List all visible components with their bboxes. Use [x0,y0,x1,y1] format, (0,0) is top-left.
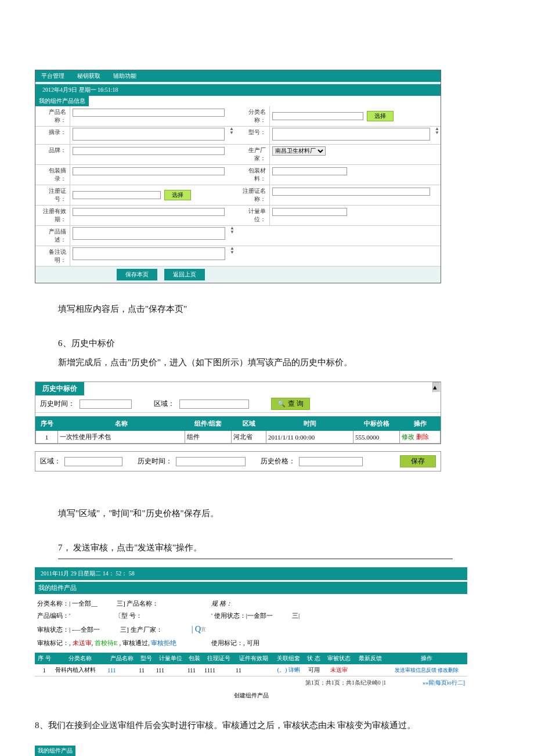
filter-area: 分类名称：| 一全部__ 三] 产品名称： 规 格： 产品编码：' 〔型 号： … [35,594,467,653]
modify-link[interactable]: 修改 [402,433,414,440]
pager: 第1页；共1页；共1条纪录崎0 |1 »»留|每页io行二] [35,676,467,689]
unit-input[interactable] [272,208,347,216]
table-row: 1 一次性使用手术包 组件 河北省 2011/1/11 0:00:00 555.… [36,431,441,444]
reg-validity-input[interactable] [73,208,225,216]
spinner-icon: ▲▼ [230,246,234,254]
assoc-link[interactable]: (。) 详蝌 [273,664,304,676]
spinner-icon: ▲▼ [229,127,234,135]
lbl-reg-name: 注册证名称： [235,185,270,205]
category-name-input[interactable] [272,112,363,120]
th-component: 组件/组套 [185,417,232,431]
th-name: 名称 [58,417,185,431]
lbl-abstract: 摘录： [35,127,70,144]
nav-platform[interactable]: 平台管理 [41,72,64,80]
lbl-brand: 品牌： [35,145,70,164]
query-button[interactable]: 🔍查 询 [271,398,310,410]
body-text-4: 7， 发送审核，点击"发送审核"操作。 [58,538,499,557]
body-text-2b: 新增完成后，点击"历史价"，进入（如下图所示）填写该产品的历史中标价。 [58,353,499,372]
lbl-reg-no: 注册证号： [35,185,70,205]
reg-name-input[interactable] [272,188,430,196]
lbl-model: 型号： [235,127,270,144]
lbl-unit: 计量单位： [235,206,270,225]
create-component-link[interactable]: 创建组件产品 [35,689,467,702]
section4-screenshot: 我的组件产品 普类名称：| ―一―全部一 三] 产品名称： 规 格： 产品编码：… [35,746,406,756]
nav-key[interactable]: 秘钥获取 [77,72,100,80]
brand-input[interactable] [73,147,225,155]
scrollbar-icon: ▴ [432,382,441,393]
lbl-product-name: 产品名称： [35,106,70,126]
review-screenshot: 2011年11月 29 日星期二 14： 52： 58 我的组件产品 分类名称：… [35,567,467,702]
prod-link[interactable]: 111 [106,664,138,676]
lbl-save-price: 历史价格： [261,456,295,466]
panel-title-2: 我的组件产品 [35,582,467,594]
table-row: 1 骨科内植入材料 111 11 111 111 1111 11 (。) 详蝌 … [35,664,467,676]
model-input[interactable] [272,128,430,141]
review-table: 序 号 分类名称 产品名称 型号 计量单位 包装 往现证号 证件有效期 关联组套… [35,653,467,676]
history-screenshot: ▴ 历史中标价 历史时间： 区域： 🔍查 询 序号 名称 组件/组套 区域 时间… [35,381,441,471]
save-price-input[interactable] [299,457,363,466]
reg-no-input[interactable] [73,191,161,199]
body-text-3: 填写"区域"，"时间"和"历史价格"保存后。 [58,504,499,523]
region-input[interactable] [179,399,249,409]
reg-select-button[interactable]: 选择 [164,190,191,200]
body-text-1: 填写相应内容后，点击"保存本页" [58,300,499,319]
save-page-button[interactable]: 保存本页 [117,269,157,280]
form-screenshot: 平台管理 秘钥获取 辅助功能 2012年4月9日 星期一 16:51:18 我的… [35,70,441,283]
abstract-input[interactable] [73,128,225,141]
th-ops: 操作 [400,417,441,431]
lbl-category-name: 分类名称： [235,106,270,126]
save-time-input[interactable] [176,457,246,466]
th-region: 区域 [232,417,266,431]
th-seq: 序号 [36,417,58,431]
pkg-material-input[interactable] [272,167,347,175]
remark-input[interactable] [73,247,225,260]
th-price: 中标价格 [353,417,400,431]
search-icon[interactable]: | Q [192,622,201,638]
pkg-abstract-input[interactable] [73,167,225,175]
panel-title: 我的组件产品信息 [35,96,89,106]
delete-link[interactable]: 删除 [416,433,429,440]
category-select-button[interactable]: 选择 [367,111,394,121]
lbl-manufacturer: 生产厂家： [235,145,270,164]
ops-links[interactable]: 发送审核信息反馈 修改删除 [386,664,467,676]
product-desc-input[interactable] [73,227,225,240]
datetime-bar-2: 2011年11月 29 日星期二 14： 52： 58 [35,567,467,580]
pager-nav[interactable]: »»留|每页io行二] [423,679,465,686]
history-table: 序号 名称 组件/组套 区域 时间 中标价格 操作 1 一次性使用手术包 组件 … [35,416,441,444]
body-text-5: 8、我们在接到企业送审组件后会实时进行审核。审核通过之后，审核状态由未 审核变为… [35,716,499,735]
datetime-bar: 2012年4月9日 星期一 16:51:18 [35,84,441,96]
history-title: 历史中标价 [35,382,84,395]
product-name-input[interactable] [73,109,225,117]
lbl-pkg-abstract: 包装摘录： [35,165,70,185]
nav-aux[interactable]: 辅助功能 [113,72,136,80]
save-region-input[interactable] [64,457,122,466]
back-button[interactable]: 返回上页 [164,269,205,280]
save-button[interactable]: 保存 [400,455,436,467]
lbl-region: 区域： [154,399,175,409]
spinner-icon: ▲▼ [435,127,439,135]
lbl-product-desc: 产品描述： [35,226,70,246]
lbl-hist-time: 历史时间： [40,399,75,409]
manufacturer-select[interactable]: 南昌卫生材料厂 [272,146,326,156]
hist-time-input[interactable] [80,399,132,409]
spinner-icon: ▲▼ [230,226,234,234]
body-text-2a: 6、历史中标价 [58,334,499,353]
lbl-reg-validity: 注册有效期： [35,206,70,225]
th-time: 时间 [266,417,353,431]
lbl-pkg-material: 包装材料： [235,165,270,185]
top-nav: 平台管理 秘钥获取 辅助功能 [35,70,441,82]
lbl-remark: 备注说明： [35,246,70,266]
search-icon: 🔍 [277,400,286,408]
lbl-save-time: 历史时间： [138,456,172,466]
panel-title-3: 我的组件产品 [35,746,75,756]
lbl-save-region: 区域： [40,456,61,466]
